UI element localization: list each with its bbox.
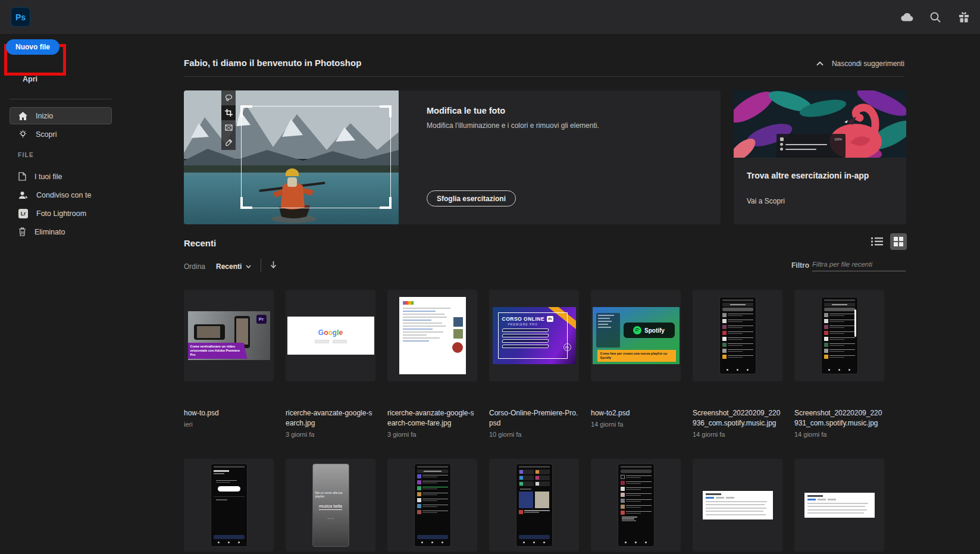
sidebar-item-shared-with-you[interactable]: Condiviso con te	[10, 186, 112, 204]
file-cell: Screenshot_20220209_220931_com.spotify.m…	[794, 290, 884, 438]
photoshop-app-logo[interactable]: Ps	[11, 7, 30, 27]
hero-subtitle: Modifica l'illuminazione e i colori e ri…	[427, 121, 599, 130]
sort-dropdown[interactable]: Recenti	[216, 262, 251, 271]
file-name: Corso-Online-Premiere-Pro.psd	[489, 408, 579, 428]
sidebar-item-label: I tuoi file	[35, 173, 62, 181]
filter-label: Filtro	[791, 261, 809, 270]
hide-suggestions-label: Nascondi suggerimenti	[832, 60, 904, 68]
sidebar-item-discover[interactable]: Scopri	[10, 126, 112, 143]
sidebar-item-home[interactable]: Inizio	[10, 107, 112, 124]
thumbnail-banner-text: Come fare per creare una nuova playlist …	[597, 350, 676, 362]
cloud-sync-icon[interactable]	[900, 11, 913, 24]
file-card-screenshot-220936[interactable]	[693, 290, 782, 381]
flamingo-artwork: 100%	[734, 90, 906, 158]
sidebar-item-deleted[interactable]: Eliminato	[10, 223, 112, 240]
hero-title: Modifica le tue foto	[427, 106, 505, 115]
file-thumbnail	[516, 464, 553, 547]
file-card-how-to[interactable]: Pr Come verticalizzare un video orizzont…	[184, 290, 274, 381]
sort-separator	[261, 259, 261, 272]
welcome-title: Fabio, ti diamo il benvenuto in Photosho…	[184, 58, 361, 68]
view-toggles	[870, 233, 907, 250]
file-thumbnail	[804, 493, 875, 518]
sidebar-item-your-files[interactable]: I tuoi file	[10, 168, 112, 185]
file-name: Screenshot_20220209_220931_com.spotify.m…	[794, 408, 884, 428]
file-card-how-to2[interactable]: Spotify Come fare per creare una nuova p…	[591, 290, 681, 381]
arrow-down-icon	[270, 261, 277, 269]
file-card[interactable]: Dai un nome alla tua playlist musica bel…	[286, 459, 375, 552]
filter-input[interactable]	[812, 257, 906, 271]
file-card[interactable]	[693, 459, 782, 552]
chevron-down-icon	[246, 265, 251, 268]
open-button[interactable]: Apri	[23, 75, 37, 83]
lightroom-icon: Lr	[18, 209, 28, 218]
photoshop-home-screen: Ps Nuovo file Apri Inizio Scopri FIL	[0, 0, 980, 554]
file-card-screenshot-220931[interactable]	[794, 290, 884, 381]
topbar-icons	[900, 0, 970, 34]
file-name: ricerche-avanzate-google-search-come-far…	[387, 408, 477, 428]
sidebar-item-label: Inizio	[36, 112, 53, 120]
sort-label: Ordina	[184, 262, 205, 271]
hero-toolbar-overlay	[221, 90, 236, 150]
file-thumbnail	[618, 464, 655, 547]
file-cell: CORSO ONLINE Pr PREMIERE PRO FA Corso-On…	[489, 290, 579, 438]
crop-tool-icon[interactable]	[221, 105, 236, 120]
home-icon	[18, 112, 27, 120]
file-card[interactable]	[591, 459, 681, 552]
layers-panel-overlay: 100%	[777, 134, 846, 158]
fa-logo: FA	[563, 343, 571, 351]
browse-tutorials-button[interactable]: Sfoglia esercitazioni	[427, 190, 516, 206]
marquee-tool-icon[interactable]	[221, 120, 236, 135]
sidebar-item-label: Foto Lightroom	[36, 209, 86, 218]
new-file-button[interactable]: Nuovo file	[6, 39, 60, 55]
list-view-icon[interactable]	[870, 234, 884, 249]
hero-tutorial-card[interactable]: Modifica le tue foto Modifica l'illumina…	[184, 90, 721, 224]
file-cell: Screenshot_20220209_220936_com.spotify.m…	[693, 290, 782, 438]
sidebar-item-lightroom-photos[interactable]: Lr Foto Lightroom	[10, 205, 112, 222]
file-thumbnail	[821, 297, 858, 374]
opacity-value: 100%	[834, 137, 842, 141]
file-card-google-results[interactable]	[387, 290, 477, 381]
file-cell: Pr Come verticalizzare un video orizzont…	[184, 290, 274, 438]
people-icon	[18, 191, 28, 199]
sidebar-item-label: Eliminato	[35, 228, 65, 236]
grid-view-icon[interactable]	[890, 233, 907, 250]
file-thumbnail	[719, 297, 756, 374]
recent-files-row-2: Dai un nome alla tua playlist musica bel…	[184, 459, 884, 552]
sidebar-item-label: Scopri	[36, 130, 57, 139]
hide-suggestions-button[interactable]: Nascondi suggerimenti	[816, 60, 904, 68]
file-cell: Google ricerche-avanzate-google-search.j…	[286, 290, 375, 438]
google-logo-text: Google	[318, 328, 343, 337]
lasso-tool-icon[interactable]	[221, 90, 236, 105]
thumbnail-scrollbar	[854, 309, 856, 337]
file-card-google-search[interactable]: Google	[286, 290, 375, 381]
thumbnail-banner-text: Come verticalizzare un video orizzontale…	[188, 343, 248, 359]
sidebar-section-file: FILE	[18, 152, 34, 158]
sort-direction-button[interactable]	[270, 261, 277, 271]
file-thumbnail	[414, 464, 451, 547]
eyedropper-tool-icon[interactable]	[221, 135, 236, 150]
file-name: ricerche-avanzate-google-search.jpg	[286, 408, 375, 428]
corso-title: CORSO ONLINE	[502, 316, 545, 322]
file-name: Screenshot_20220209_220936_com.spotify.m…	[693, 408, 782, 428]
premiere-badge: Pr	[256, 315, 267, 324]
file-thumbnail: Pr Come verticalizzare un video orizzont…	[188, 311, 270, 360]
ps-logo-text: Ps	[15, 12, 26, 22]
sort-value: Recenti	[216, 262, 242, 271]
file-card[interactable]	[184, 459, 274, 552]
file-name: how-to2.psd	[591, 408, 681, 418]
file-name: how-to.psd	[184, 408, 274, 418]
file-thumbnail	[399, 297, 466, 374]
file-date: 10 giorni fa	[489, 431, 579, 438]
header-divider	[184, 76, 904, 77]
file-card[interactable]	[489, 459, 579, 552]
file-card[interactable]	[794, 459, 884, 552]
hero-canoe-photo	[184, 90, 399, 224]
file-date: 14 giorni fa	[693, 431, 782, 438]
in-app-tutorials-card[interactable]: 100% Trova altre esercitazioni in-app Va…	[734, 90, 906, 224]
file-card[interactable]	[387, 459, 477, 552]
go-to-discover-link[interactable]: Vai a Scopri	[747, 197, 785, 205]
whats-new-gift-icon[interactable]	[957, 11, 970, 24]
search-icon[interactable]	[929, 11, 942, 24]
file-card-corso-online[interactable]: CORSO ONLINE Pr PREMIERE PRO FA	[489, 290, 579, 381]
file-thumbnail: CORSO ONLINE Pr PREMIERE PRO FA	[493, 307, 576, 364]
